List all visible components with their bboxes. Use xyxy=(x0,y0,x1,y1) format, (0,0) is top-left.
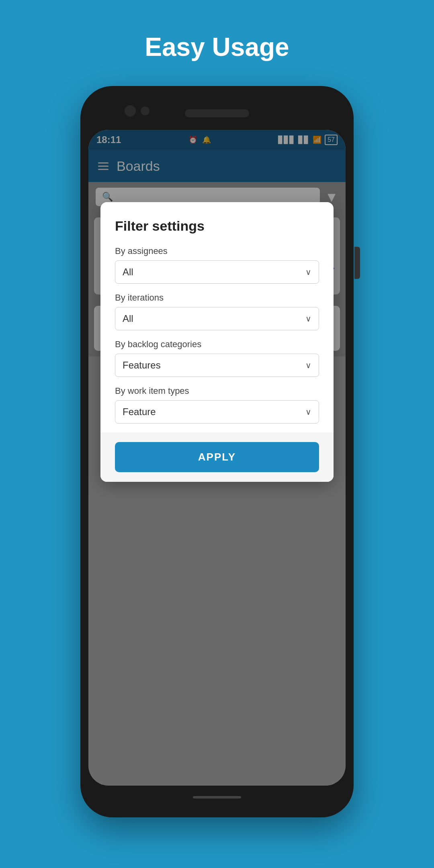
speaker xyxy=(185,109,249,117)
apply-btn-wrapper: APPLY xyxy=(100,432,334,482)
backlog-chevron-icon: ∨ xyxy=(305,360,311,370)
assignees-chevron-icon: ∨ xyxy=(305,267,311,277)
side-button xyxy=(354,247,360,279)
camera-left xyxy=(125,105,136,117)
phone-frame: 18:11 ⏰ 🔔 ▊▊▊ ▊▊ 📶 57 Boards xyxy=(80,86,354,817)
modal-overlay: Filter settings By assignees All ∨ By it… xyxy=(88,130,346,786)
assignees-dropdown[interactable]: All ∨ xyxy=(115,260,319,284)
filter-modal: Filter settings By assignees All ∨ By it… xyxy=(100,202,334,482)
home-indicator xyxy=(193,796,241,798)
camera-right xyxy=(141,106,149,115)
iterations-value: All xyxy=(123,313,133,324)
assignees-label: By assignees xyxy=(115,246,319,256)
backlog-filter-section: By backlog categories Features ∨ xyxy=(115,339,319,377)
apply-button[interactable]: APPLY xyxy=(115,442,319,472)
page-title: Easy Usage xyxy=(145,32,289,62)
iterations-label: By iterations xyxy=(115,293,319,303)
phone-screen: 18:11 ⏰ 🔔 ▊▊▊ ▊▊ 📶 57 Boards xyxy=(88,130,346,786)
backlog-value: Features xyxy=(123,360,161,371)
workitem-label: By work item types xyxy=(115,386,319,396)
assignees-filter-section: By assignees All ∨ xyxy=(115,246,319,284)
phone-bottom xyxy=(193,786,241,809)
iterations-filter-section: By iterations All ∨ xyxy=(115,293,319,330)
assignees-value: All xyxy=(123,266,133,278)
backlog-dropdown[interactable]: Features ∨ xyxy=(115,354,319,377)
modal-title: Filter settings xyxy=(115,218,319,234)
workitem-filter-section: By work item types Feature ∨ xyxy=(115,386,319,424)
workitem-chevron-icon: ∨ xyxy=(305,407,311,417)
phone-top xyxy=(88,94,346,130)
backlog-label: By backlog categories xyxy=(115,339,319,350)
workitem-dropdown[interactable]: Feature ∨ xyxy=(115,400,319,424)
workitem-value: Feature xyxy=(123,406,156,418)
iterations-dropdown[interactable]: All ∨ xyxy=(115,307,319,330)
iterations-chevron-icon: ∨ xyxy=(305,314,311,323)
